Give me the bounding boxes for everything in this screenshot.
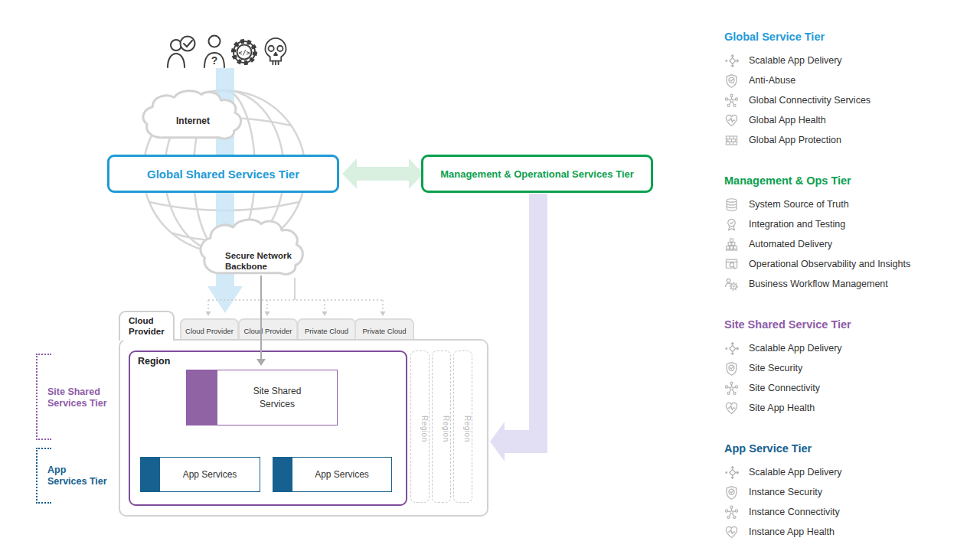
legend-item: Automated Delivery <box>724 234 977 254</box>
firewall-bricks-icon <box>724 133 739 148</box>
bot-gear-code-icon: </> <box>228 34 260 69</box>
legend-item: Site Connectivity <box>724 378 977 398</box>
legend-section-title: App Service Tier <box>724 442 977 455</box>
management-operational-services-tier-label: Management & Operational Services Tier <box>440 168 634 180</box>
legend-item: Instance Connectivity <box>724 502 977 522</box>
legend-item: Anti-Abuse <box>724 70 977 90</box>
legend-section-2: Site Shared Service TierScalable App Del… <box>724 318 977 418</box>
legend-item-label: Instance App Health <box>749 527 835 537</box>
tab-cloud-provider-active: Cloud Provider <box>119 311 175 341</box>
legend-item: Operational Observability and Insights <box>724 254 977 274</box>
app-health-heart-icon <box>724 525 739 540</box>
app-services-box-1-label: App Services <box>183 469 237 480</box>
legend-section-1: Management & Ops TierSystem Source of Tr… <box>724 174 977 294</box>
legend-item: Global App Protection <box>724 130 977 150</box>
legend-item: Site Security <box>724 358 977 378</box>
legend-item: Business Workflow Management <box>724 274 977 294</box>
ghost-region-3: Region <box>453 350 472 503</box>
app-health-heart-icon <box>724 401 739 416</box>
legend-item-label: Global App Protection <box>749 135 841 145</box>
mgmt-flow-arrow <box>490 194 547 461</box>
legend-item-label: Global Connectivity Services <box>749 95 871 106</box>
legend-item: Global Connectivity Services <box>724 90 977 110</box>
global-shared-services-tier-box: Global Shared Services Tier <box>107 155 339 193</box>
app-services-box-2-label: App Services <box>315 469 369 480</box>
app-services-tier-label: App Services Tier <box>47 465 107 487</box>
app-services-box-2: App Services <box>273 457 392 492</box>
legend-item-label: Integration and Testing <box>749 219 845 230</box>
security-shield-icon <box>724 485 739 500</box>
anti-abuse-shield-icon <box>724 73 739 88</box>
legend-item: System Source of Truth <box>724 194 977 214</box>
scalable-app-delivery-icon <box>724 341 739 356</box>
scalable-app-delivery-icon <box>724 54 739 68</box>
user-verified-icon <box>165 34 198 69</box>
ghost-region-2: Region <box>432 350 451 503</box>
ghost-region-1: Region <box>410 350 430 503</box>
scalable-app-delivery-icon <box>724 465 739 480</box>
legend-item-label: Automated Delivery <box>749 239 832 249</box>
security-shield-icon <box>724 361 739 376</box>
legend-item-label: Site Connectivity <box>749 383 820 393</box>
legend-item: Scalable App Delivery <box>724 51 977 70</box>
legend-section-title: Global Service Tier <box>724 31 977 43</box>
svg-text:?: ? <box>211 54 218 67</box>
legend-item-label: Instance Security <box>749 487 822 497</box>
legend-item-label: Scalable App Delivery <box>749 467 842 478</box>
connectivity-nodes-icon <box>724 381 739 396</box>
site-shared-services-color-strip <box>187 370 217 425</box>
legend-item: Global App Health <box>724 110 977 130</box>
legend-item-label: Site Security <box>749 363 802 373</box>
management-operational-services-tier-box: Management & Operational Services Tier <box>421 155 653 193</box>
region-label: Region <box>138 356 170 367</box>
tab-cloud-provider-2: Cloud Provider <box>180 318 239 341</box>
legend-item-label: Anti-Abuse <box>749 75 795 86</box>
global-shared-services-tier-label: Global Shared Services Tier <box>147 168 299 181</box>
legend-item-label: Scalable App Delivery <box>749 343 842 354</box>
app-health-heart-icon <box>724 113 739 128</box>
tab-private-cloud-1: Private Cloud <box>297 318 356 341</box>
internet-cloud-label: Internet <box>168 116 217 126</box>
legend-item: Instance Security <box>724 482 977 502</box>
connectivity-nodes-icon <box>724 93 739 108</box>
legend-item-label: Operational Observability and Insights <box>749 259 910 269</box>
legend-item: Scalable App Delivery <box>724 338 977 358</box>
site-shared-services-tier-label: Site Shared Services Tier <box>47 386 107 409</box>
test-badge-icon <box>724 217 739 232</box>
legend-section-3: App Service TierScalable App DeliveryIns… <box>724 442 977 542</box>
database-icon <box>724 197 739 212</box>
legend-item-label: Scalable App Delivery <box>749 55 842 66</box>
legend-item: Scalable App Delivery <box>724 462 977 482</box>
tab-cloud-provider-3: Cloud Provider <box>238 318 298 341</box>
global-mgmt-double-arrow <box>342 158 423 189</box>
legend-item-label: Site App Health <box>749 403 815 413</box>
legend-section-0: Global Service TierScalable App Delivery… <box>724 31 977 150</box>
user-unknown-icon: ? <box>201 34 228 69</box>
app-services-color-strip <box>273 458 292 491</box>
legend-item: Instance App Health <box>724 522 977 542</box>
site-shared-services-box-label: Site Shared Services <box>239 385 315 409</box>
legend-item: Site App Health <box>724 398 977 418</box>
legend-item-label: Global App Health <box>749 115 826 126</box>
svg-text:</>: </> <box>238 49 250 57</box>
site-shared-services-box: Site Shared Services <box>186 370 338 425</box>
backbone-cloud-label: Secure Network Backbone <box>225 250 309 272</box>
app-services-color-strip <box>141 458 160 491</box>
connectivity-nodes-icon <box>724 505 739 520</box>
tab-private-cloud-2: Private Cloud <box>354 318 414 341</box>
legend-item-label: System Source of Truth <box>749 199 849 210</box>
attacker-skull-icon <box>261 34 290 69</box>
workflow-gear-user-icon <box>724 277 739 292</box>
legend-section-title: Site Shared Service Tier <box>724 318 977 331</box>
app-services-box-1: App Services <box>140 457 260 492</box>
legend-item-label: Business Workflow Management <box>749 279 888 289</box>
observability-monitor-icon <box>724 257 739 272</box>
delivery-blocks-icon <box>724 237 739 252</box>
legend-item: Integration and Testing <box>724 214 977 234</box>
service-tier-legend: Global Service TierScalable App Delivery… <box>724 31 977 551</box>
legend-section-title: Management & Ops Tier <box>724 174 977 187</box>
legend-item-label: Instance Connectivity <box>749 507 840 517</box>
